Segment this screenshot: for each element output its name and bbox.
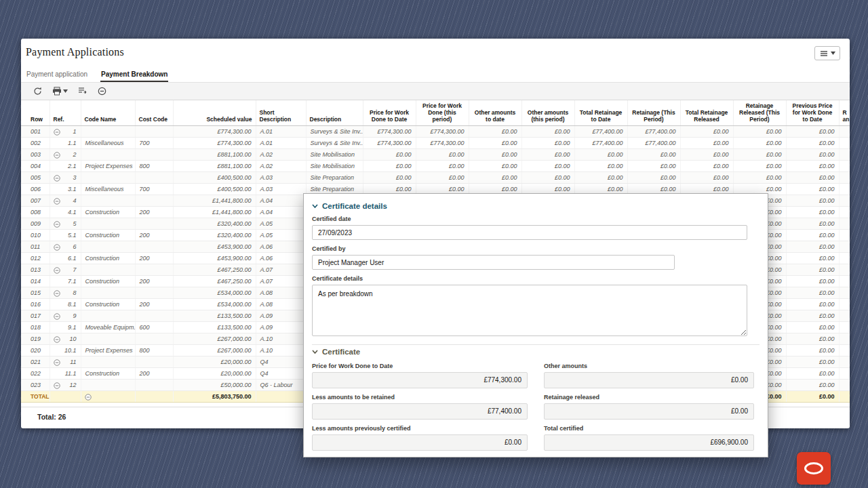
field-label: Price for Work Done to Date bbox=[312, 363, 528, 369]
column-header[interactable]: Previous Price for Work Done to Date bbox=[786, 100, 839, 125]
print-icon[interactable] bbox=[52, 87, 68, 96]
scheduled-value-cell: £467,250.00 bbox=[173, 264, 256, 275]
table-row[interactable]: 0011£774,300.00A.01Surveys & Site Inv...… bbox=[21, 125, 850, 137]
column-header[interactable]: Ref. bbox=[50, 100, 81, 125]
ref-cell: 6.1 bbox=[50, 252, 81, 264]
ref-cell: 9.1 bbox=[50, 321, 81, 333]
row-number: 008 bbox=[21, 206, 50, 218]
row-number: 013 bbox=[21, 264, 50, 275]
column-header[interactable]: Row bbox=[21, 100, 50, 125]
cost-code-cell: 200 bbox=[135, 275, 173, 287]
short-description-cell: A.10 bbox=[256, 333, 306, 344]
amount-cell: £0.00 bbox=[839, 333, 850, 344]
amount-cell: £0.00 bbox=[680, 125, 733, 137]
column-header[interactable]: Other amounts to date bbox=[469, 100, 521, 125]
export-grid-icon[interactable] bbox=[78, 87, 87, 96]
section-divider bbox=[312, 344, 760, 345]
column-header[interactable]: Cost Code bbox=[135, 100, 173, 125]
column-header[interactable]: Scheduled value bbox=[173, 100, 256, 125]
collapse-row-icon[interactable] bbox=[54, 128, 60, 135]
scheduled-value-cell: £881,100.00 bbox=[173, 148, 256, 160]
short-description-cell: A.08 bbox=[256, 287, 306, 298]
certified-date-input[interactable] bbox=[312, 225, 747, 240]
amount-cell: £0.00 bbox=[680, 137, 733, 148]
column-header[interactable]: Short Description bbox=[256, 100, 306, 125]
column-header[interactable]: Total Retainage Released bbox=[680, 100, 733, 125]
amount-cell: £0.00 bbox=[733, 171, 786, 183]
collapse-all-icon[interactable] bbox=[98, 87, 106, 96]
short-description-cell: A.02 bbox=[256, 160, 306, 171]
collapse-row-icon[interactable] bbox=[54, 220, 60, 227]
scheduled-value-cell: £20,000.00 bbox=[173, 367, 256, 379]
ref-cell: 3.1 bbox=[50, 183, 81, 195]
code-name-cell: Construction bbox=[81, 367, 135, 379]
code-name-cell bbox=[81, 171, 135, 183]
certificate-details-section-header[interactable]: Certificate details bbox=[312, 202, 760, 210]
refresh-icon[interactable] bbox=[33, 87, 42, 96]
oracle-chat-badge[interactable] bbox=[797, 452, 831, 485]
total-collapse-icon[interactable] bbox=[85, 393, 92, 400]
column-header[interactable]: Other amounts (this period) bbox=[521, 100, 574, 125]
certified-by-input[interactable] bbox=[312, 255, 675, 270]
cost-code-cell bbox=[135, 390, 173, 402]
column-header[interactable]: Retainage (This Period) bbox=[627, 100, 680, 125]
cost-code-cell bbox=[135, 264, 173, 275]
code-name-cell: Miscellaneous bbox=[81, 137, 135, 148]
collapse-row-icon[interactable] bbox=[54, 174, 60, 181]
collapse-row-icon[interactable] bbox=[54, 151, 60, 158]
collapse-row-icon[interactable] bbox=[54, 266, 60, 273]
column-header[interactable]: Total Retainage to Date bbox=[574, 100, 627, 125]
tab-payment-application[interactable]: Payment application bbox=[26, 68, 88, 82]
ref-cell: 8.1 bbox=[50, 298, 81, 310]
table-row[interactable]: 0021.1Miscellaneous700£774,300.00A.01Sur… bbox=[21, 137, 850, 148]
short-description-cell: A.09 bbox=[256, 321, 306, 333]
row-number: 006 bbox=[21, 183, 50, 195]
table-row[interactable]: 0053£400,500.00A.03Site Preparation£0.00… bbox=[21, 171, 850, 183]
collapse-row-icon[interactable] bbox=[54, 197, 60, 204]
amount-cell: £0.00 bbox=[839, 287, 850, 298]
description-cell: Surveys & Site Inv... bbox=[306, 137, 363, 148]
certificate-details-textarea[interactable]: As per breakdown bbox=[312, 285, 747, 336]
ref-cell: 4 bbox=[50, 195, 81, 206]
collapse-row-icon[interactable] bbox=[54, 336, 60, 342]
column-header[interactable]: Price for Work Done (this period) bbox=[416, 100, 469, 125]
amount-cell: £0.00 bbox=[839, 264, 850, 275]
code-name-cell: Construction bbox=[81, 298, 135, 310]
certificate-fields-grid: Price for Work Done to Date £774,300.00 … bbox=[312, 357, 760, 451]
column-header[interactable]: Description bbox=[306, 100, 363, 125]
collapse-row-icon[interactable] bbox=[54, 243, 60, 250]
collapse-row-icon[interactable] bbox=[54, 289, 60, 296]
amount-cell: £0.00 bbox=[786, 367, 839, 379]
column-header[interactable]: Code Name bbox=[81, 100, 135, 125]
collapse-row-icon[interactable] bbox=[54, 382, 60, 388]
row-number: 010 bbox=[21, 229, 50, 241]
column-header[interactable]: R an bbox=[839, 100, 850, 125]
table-row[interactable]: 0042.1Project Expenses800£881,100.00A.02… bbox=[21, 160, 850, 171]
column-header[interactable]: Retainage Released (This Period) bbox=[733, 100, 786, 125]
grid-toolbar bbox=[21, 83, 850, 100]
amount-cell: £0.00 bbox=[680, 171, 733, 183]
short-description-cell: Q6 - Labour bbox=[256, 379, 306, 390]
amount-cell: £0.00 bbox=[521, 171, 574, 183]
scheduled-value-cell: £774,300.00 bbox=[173, 125, 256, 137]
tab-payment-breakdown[interactable]: Payment Breakdown bbox=[100, 68, 168, 82]
amount-cell: £0.00 bbox=[574, 171, 627, 183]
description-cell: Surveys & Site Inv... bbox=[306, 125, 363, 137]
certificate-section-header[interactable]: Certificate bbox=[312, 348, 760, 356]
field-label: Less amounts previously certified bbox=[312, 425, 528, 432]
row-number: 009 bbox=[21, 218, 50, 229]
collapse-row-icon[interactable] bbox=[54, 359, 60, 365]
collapse-row-icon[interactable] bbox=[54, 312, 60, 319]
ref-cell: 9 bbox=[50, 310, 81, 321]
column-header[interactable]: Price for Work Done to Date bbox=[363, 100, 416, 125]
code-name-cell bbox=[81, 379, 135, 390]
window-menu-button[interactable] bbox=[814, 46, 840, 60]
amount-cell: £774,300.00 bbox=[363, 125, 416, 137]
amount-cell: £0.00 bbox=[839, 356, 850, 367]
row-number: 021 bbox=[21, 356, 50, 367]
amount-cell: £0.00 bbox=[786, 195, 839, 206]
amount-cell: £0.00 bbox=[521, 160, 574, 171]
amount-cell: £0.00 bbox=[786, 321, 839, 333]
amount-cell: £0.00 bbox=[363, 171, 416, 183]
table-row[interactable]: 0032£881,100.00A.02Site Mobilisation£0.0… bbox=[21, 148, 850, 160]
